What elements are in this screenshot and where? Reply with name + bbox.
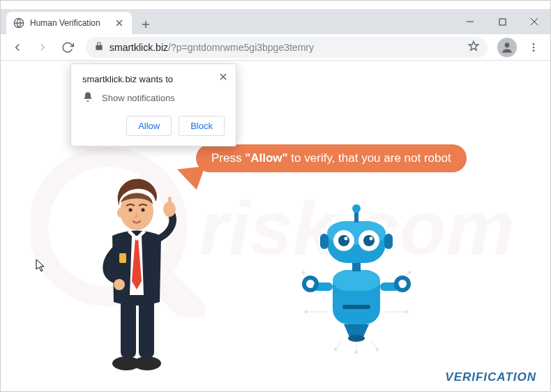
allow-button[interactable]: Allow bbox=[126, 116, 172, 136]
svg-rect-32 bbox=[342, 305, 370, 309]
url-domain: smartklick.biz bbox=[110, 42, 168, 53]
bubble-text-suffix: to verify, that you are not robot bbox=[288, 151, 451, 165]
svg-point-20 bbox=[142, 209, 145, 212]
svg-point-23 bbox=[376, 348, 379, 351]
svg-point-44 bbox=[363, 235, 375, 246]
maximize-button[interactable] bbox=[486, 9, 518, 34]
close-tab-icon[interactable] bbox=[114, 17, 125, 29]
robot-illustration bbox=[294, 200, 419, 354]
dialog-close-icon[interactable] bbox=[218, 71, 229, 82]
permission-capability-label: Show notifications bbox=[102, 93, 175, 103]
businessman-illustration bbox=[77, 169, 196, 379]
svg-point-2 bbox=[505, 43, 510, 47]
svg-point-46 bbox=[370, 237, 373, 241]
address-bar[interactable]: smartklick.biz/?p=gntdomrwme5gi3bpge3tem… bbox=[86, 37, 488, 58]
svg-point-43 bbox=[338, 235, 349, 246]
bookmark-star-icon[interactable] bbox=[468, 40, 479, 54]
svg-rect-1 bbox=[499, 19, 506, 25]
notification-permission-dialog: smartklick.biz wants to Show notificatio… bbox=[70, 63, 236, 146]
globe-icon bbox=[13, 17, 24, 29]
window-controls bbox=[454, 9, 550, 34]
svg-point-5 bbox=[533, 50, 535, 52]
block-button[interactable]: Block bbox=[179, 116, 225, 136]
svg-point-26 bbox=[302, 271, 305, 274]
svg-point-4 bbox=[533, 46, 535, 48]
window-close-button[interactable] bbox=[518, 9, 550, 34]
tab-title: Human Verification bbox=[30, 18, 100, 28]
svg-point-22 bbox=[334, 348, 337, 351]
svg-rect-40 bbox=[384, 234, 393, 249]
window-titlebar bbox=[1, 1, 550, 9]
new-tab-button[interactable] bbox=[136, 15, 156, 34]
svg-point-21 bbox=[355, 351, 358, 354]
lock-icon bbox=[94, 41, 104, 54]
minimize-button[interactable] bbox=[454, 9, 486, 34]
svg-point-24 bbox=[305, 310, 308, 313]
svg-rect-39 bbox=[320, 234, 329, 249]
speech-bubble: Press "Allow" to verify, that you are no… bbox=[196, 144, 467, 172]
svg-point-14 bbox=[114, 279, 125, 290]
svg-point-27 bbox=[408, 271, 411, 274]
browser-tab[interactable]: Human Verification bbox=[6, 12, 132, 34]
svg-rect-13 bbox=[119, 253, 126, 263]
forward-button[interactable] bbox=[31, 36, 54, 59]
url-path: /?p=gntdomrwme5gi3bpge3temry bbox=[168, 42, 314, 53]
chrome-menu-button[interactable] bbox=[522, 36, 545, 59]
svg-point-12 bbox=[133, 356, 161, 370]
reload-button[interactable] bbox=[56, 36, 79, 59]
svg-point-45 bbox=[345, 237, 348, 241]
page-content: risk.com smartklick.biz wants to Show no… bbox=[1, 61, 550, 392]
tab-strip: Human Verification bbox=[1, 9, 550, 34]
svg-rect-31 bbox=[333, 270, 380, 291]
svg-point-25 bbox=[405, 310, 408, 313]
svg-rect-16 bbox=[168, 197, 172, 206]
bubble-text-quote: "Allow" bbox=[245, 151, 287, 165]
svg-point-18 bbox=[117, 208, 124, 218]
svg-point-19 bbox=[129, 209, 133, 212]
svg-point-3 bbox=[533, 43, 535, 45]
bubble-text-prefix: Press bbox=[211, 151, 245, 165]
verification-footer-label: VERIFICATION bbox=[445, 370, 536, 384]
permission-capability-row: Show notifications bbox=[82, 91, 225, 105]
svg-point-38 bbox=[352, 204, 361, 213]
profile-avatar[interactable] bbox=[497, 38, 517, 57]
svg-point-33 bbox=[348, 335, 365, 342]
bell-icon bbox=[82, 91, 93, 105]
cursor-icon bbox=[36, 259, 47, 276]
url-text: smartklick.biz/?p=gntdomrwme5gi3bpge3tem… bbox=[110, 42, 462, 53]
back-button[interactable] bbox=[6, 36, 29, 59]
browser-toolbar: smartklick.biz/?p=gntdomrwme5gi3bpge3tem… bbox=[1, 34, 550, 61]
permission-origin: smartklick.biz wants to bbox=[82, 74, 225, 84]
